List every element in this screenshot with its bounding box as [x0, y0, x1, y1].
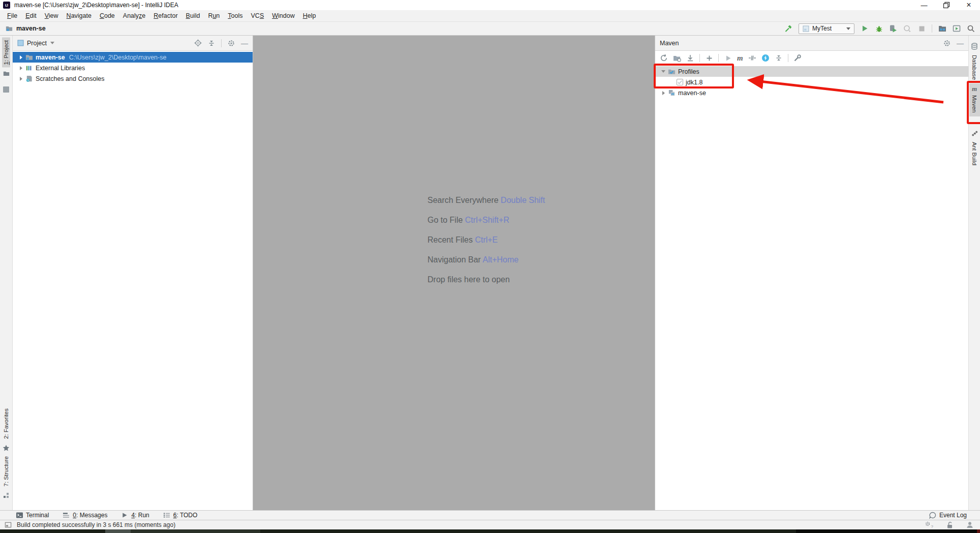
menu-item[interactable]: View [41, 12, 63, 19]
gear-icon[interactable] [227, 39, 235, 47]
hide-panel-icon[interactable]: — [241, 41, 248, 46]
tool-stripe-tab-ant[interactable]: Ant Build [969, 130, 980, 168]
profiles-folder-icon [667, 68, 676, 76]
chevron-right-icon[interactable] [20, 66, 22, 70]
maven-panel-title: Maven [660, 40, 679, 47]
menu-item[interactable]: VCS [247, 12, 268, 19]
chevron-right-icon[interactable] [662, 91, 665, 95]
restore-button[interactable] [935, 0, 958, 10]
menu-item[interactable]: Code [96, 12, 119, 19]
tab-messages[interactable]: 0: Messages [62, 511, 107, 519]
tool-stripe-tab-structure[interactable]: 7: Structure [0, 454, 12, 499]
project-folder-icon [3, 70, 10, 77]
build-hammer-icon[interactable] [784, 24, 792, 33]
restore-icon [943, 2, 950, 9]
menu-item[interactable]: Build [182, 12, 204, 19]
status-right-widgets: ? [925, 521, 974, 529]
tool-stripe-tab-database[interactable]: Database [969, 43, 980, 82]
profile-label: jdk1.8 [686, 79, 702, 86]
project-tool-window: Project — [13, 36, 253, 510]
project-view-dropdown-icon[interactable] [50, 42, 54, 44]
maven-module-icon: m [667, 89, 676, 97]
run-configuration-select[interactable]: MyTest [799, 23, 854, 34]
status-message: Build completed successfully in 3 s 661 … [17, 521, 175, 528]
tab-todo[interactable]: 6: TODO [163, 511, 198, 519]
tool-stripe-tab-favorites[interactable]: 2: Favorites [0, 406, 12, 452]
project-structure-icon[interactable] [938, 24, 946, 33]
hide-panel-icon[interactable]: — [957, 41, 964, 46]
search-everywhere-icon[interactable] [967, 24, 975, 33]
main-toolbar: MyTest [784, 23, 975, 34]
offline-mode-icon[interactable] [761, 54, 770, 62]
chevron-right-icon[interactable] [20, 55, 22, 60]
menu-item[interactable]: Refactor [149, 12, 181, 19]
generate-sources-icon[interactable] [673, 54, 681, 62]
tree-row-scratches[interactable]: Scratches and Consoles [13, 73, 253, 84]
menu-item[interactable]: Analyze [119, 12, 149, 19]
event-log-button[interactable]: Event Log [929, 511, 967, 519]
tool-stripe-icon-secondary[interactable] [0, 86, 12, 93]
add-maven-project-icon[interactable] [705, 54, 713, 62]
minimize-button[interactable]: — [913, 0, 935, 10]
database-tab-label: Database [970, 52, 978, 82]
run-configuration-value: MyTest [812, 25, 832, 32]
toolbar-separator [932, 24, 932, 33]
maven-profiles-node[interactable]: Profiles [655, 66, 968, 77]
menu-item[interactable]: Tools [224, 12, 247, 19]
favorites-tab-label: 2: Favorites [2, 406, 10, 441]
menu-item[interactable]: Help [299, 12, 320, 19]
database-icon [971, 43, 978, 50]
tool-window-toggle-icon[interactable] [4, 521, 12, 529]
run-tab-icon [120, 511, 129, 519]
tree-row-project-root[interactable]: maven-se C:\Users\zjw_2\Desktop\maven-se [13, 52, 253, 63]
ant-build-tab-label: Ant Build [970, 139, 978, 168]
reimport-maven-icon[interactable] [660, 54, 668, 62]
menu-item[interactable]: Run [204, 12, 224, 19]
menu-bar: FileEditViewNavigateCodeAnalyzeRefactorB… [0, 10, 980, 22]
maven-profile-jdk-node[interactable]: jdk1.8 [655, 77, 968, 87]
unlocked-padlock-icon[interactable] [945, 521, 954, 529]
toolbar-separator [699, 54, 700, 62]
menu-item[interactable]: Edit [21, 12, 41, 19]
folder-icon [5, 24, 13, 33]
profile-checkbox[interactable] [677, 79, 683, 85]
collapse-all-icon[interactable] [775, 54, 783, 62]
taskbar-segment [131, 529, 260, 533]
skip-tests-icon[interactable] [748, 54, 756, 62]
menu-item[interactable]: File [3, 12, 21, 19]
chevron-down-icon[interactable] [661, 70, 665, 73]
execute-maven-goal-icon[interactable]: m [737, 54, 743, 62]
structure-tab-label: 7: Structure [2, 454, 10, 489]
close-button[interactable]: × [958, 0, 980, 10]
tab-label: 4: Run [131, 512, 149, 519]
run-button[interactable] [861, 24, 869, 33]
tab-run[interactable]: 4: Run [120, 511, 149, 519]
maven-panel-header: Maven — [655, 36, 968, 51]
maven-settings-wrench-icon[interactable] [793, 54, 802, 62]
tree-row-external-libraries[interactable]: External Libraries [13, 63, 253, 73]
menu-item[interactable]: Window [268, 12, 298, 19]
profiles-label: Profiles [678, 68, 699, 75]
maven-module-node[interactable]: m maven-se [655, 87, 968, 98]
maven-tree: Profiles jdk1.8 m maven-se [655, 65, 968, 98]
debug-button[interactable] [875, 24, 883, 33]
structure-icon [2, 491, 10, 499]
collapse-all-icon[interactable] [207, 39, 216, 47]
module-folder-icon [25, 53, 33, 62]
breadcrumb[interactable]: maven-se [5, 24, 46, 33]
tool-stripe-tab-maven[interactable]: m Maven [969, 83, 980, 116]
shortcut-line: Search Everywhere Double Shift [427, 195, 545, 205]
run-with-coverage-button[interactable] [889, 24, 897, 33]
tab-terminal[interactable]: Terminal [15, 511, 49, 519]
chevron-right-icon[interactable] [20, 77, 22, 81]
run-anything-icon[interactable] [953, 24, 961, 33]
download-sources-icon[interactable] [686, 54, 694, 62]
locate-file-icon[interactable] [194, 39, 202, 47]
breadcrumb-label: maven-se [16, 25, 46, 32]
gear-icon[interactable] [943, 39, 951, 47]
event-log-balloon-icon [929, 511, 937, 519]
menu-item[interactable]: Navigate [63, 12, 96, 19]
update-gears-icon[interactable]: ? [925, 521, 933, 529]
highlighting-level-hector-icon[interactable] [966, 521, 974, 529]
tool-stripe-tab-project[interactable]: 1: Project [0, 38, 12, 77]
